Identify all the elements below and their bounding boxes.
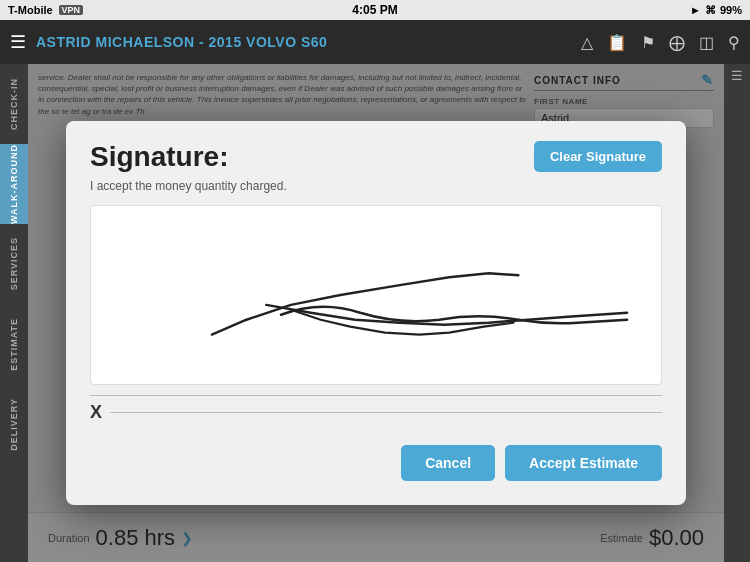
carrier-label: T-Mobile <box>8 4 53 16</box>
monitor-icon[interactable]: ◫ <box>699 33 714 52</box>
modal-title: Signature: <box>90 141 228 173</box>
signature-line-area: X <box>90 395 662 429</box>
header-title: ASTRID MICHAELSON - 2015 VOLVO S60 <box>36 34 571 50</box>
menu-icon[interactable]: ☰ <box>10 31 26 53</box>
signature-modal: Signature: Clear Signature I accept the … <box>66 121 686 505</box>
right-sidebar: ☰ <box>724 64 750 562</box>
status-bar-left: T-Mobile VPN <box>8 4 83 16</box>
signature-svg <box>91 206 661 384</box>
signature-x-marker: X <box>90 402 102 423</box>
clipboard-icon[interactable]: 📋 <box>607 33 627 52</box>
modal-overlay: Signature: Clear Signature I accept the … <box>28 64 724 562</box>
sidebar-tab-delivery[interactable]: DELIVERY <box>0 384 28 464</box>
flag-icon[interactable]: ⚑ <box>641 33 655 52</box>
sidebar-tabs: CHECK-IN WALK-AROUND SERVICES ESTIMATE D… <box>0 64 28 562</box>
content-area: service. Dealer shall not be responsible… <box>28 64 724 562</box>
wifi-icon: ⌘ <box>705 4 716 17</box>
modal-footer: Cancel Accept Estimate <box>90 445 662 481</box>
search-icon[interactable]: ⚲ <box>728 33 740 52</box>
time-label: 4:05 PM <box>352 3 397 17</box>
signature-canvas[interactable] <box>90 205 662 385</box>
sidebar-tab-estimate[interactable]: ESTIMATE <box>0 304 28 384</box>
modal-subtitle: I accept the money quantity charged. <box>90 179 662 193</box>
sidebar-tab-services[interactable]: SERVICES <box>0 224 28 304</box>
menus-icon[interactable]: ☰ <box>731 68 743 83</box>
modal-cancel-button[interactable]: Cancel <box>401 445 495 481</box>
modal-header: Signature: Clear Signature <box>90 141 662 173</box>
vpn-label: VPN <box>59 5 84 15</box>
plus-square-icon[interactable]: ⨁ <box>669 33 685 52</box>
sidebar-tab-checkin[interactable]: CHECK-IN <box>0 64 28 144</box>
warning-icon[interactable]: △ <box>581 33 593 52</box>
clear-signature-button[interactable]: Clear Signature <box>534 141 662 172</box>
main-layout: CHECK-IN WALK-AROUND SERVICES ESTIMATE D… <box>0 64 750 562</box>
modal-accept-button[interactable]: Accept Estimate <box>505 445 662 481</box>
status-bar-right: ► ⌘ 99% <box>690 4 742 17</box>
signature-underline <box>110 412 662 413</box>
sidebar-tab-walkaround[interactable]: WALK-AROUND <box>0 144 28 224</box>
bluetooth-icon: ► <box>690 4 701 16</box>
app-header: ☰ ASTRID MICHAELSON - 2015 VOLVO S60 △ 📋… <box>0 20 750 64</box>
header-icons: △ 📋 ⚑ ⨁ ◫ ⚲ <box>581 33 740 52</box>
battery-label: 99% <box>720 4 742 16</box>
status-bar: T-Mobile VPN 4:05 PM ► ⌘ 99% <box>0 0 750 20</box>
